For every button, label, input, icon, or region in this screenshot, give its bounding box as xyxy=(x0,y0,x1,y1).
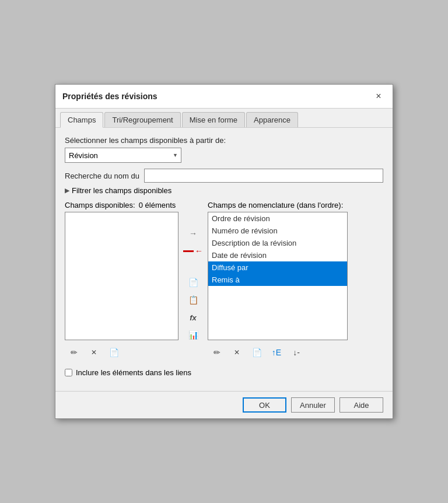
title-bar: Propriétés des révisions × xyxy=(55,85,393,109)
close-button[interactable]: × xyxy=(372,89,386,103)
list-item[interactable]: Date de révision xyxy=(208,249,347,261)
copy-doc-button[interactable]: 📋 xyxy=(185,292,201,308)
dropdown-wrapper: Révision xyxy=(65,148,181,163)
panels-section: → ← 📄 📋 fx 📊 xyxy=(65,212,383,343)
delete-right-icon: ✕ xyxy=(234,348,240,357)
edit-right-icon: ✏ xyxy=(214,348,220,357)
ok-button[interactable]: OK xyxy=(243,397,286,413)
checkbox-label: Inclure les éléments dans les liens xyxy=(76,368,191,377)
cancel-button[interactable]: Annuler xyxy=(291,397,335,413)
list-item[interactable]: Numéro de révision xyxy=(208,225,347,237)
new-doc-button[interactable]: 📄 xyxy=(185,275,201,290)
arrow-left-icon: ← xyxy=(183,246,203,256)
available-fields-list[interactable] xyxy=(65,212,178,340)
delete-right-button[interactable]: ✕ xyxy=(229,345,245,360)
dialog: Propriétés des révisions × Champs Tri/Re… xyxy=(55,84,393,419)
edit-left-button[interactable]: ✏ xyxy=(66,345,82,360)
sort-asc-button[interactable]: ↑E xyxy=(268,345,285,360)
arrow-right-icon: → xyxy=(189,229,197,238)
select-label: Sélectionner les champs disponibles à pa… xyxy=(65,136,383,145)
move-right-button[interactable]: → xyxy=(185,226,201,241)
newpage-left-icon: 📄 xyxy=(109,348,119,357)
checkbox-row: Inclure les éléments dans les liens xyxy=(65,368,383,377)
newpage-left-button[interactable]: 📄 xyxy=(106,345,122,360)
sort-asc-icon: ↑E xyxy=(272,348,281,357)
newpage-right-icon: 📄 xyxy=(252,348,262,357)
tab-mise[interactable]: Mise en forme xyxy=(182,112,245,127)
left-panel-header: Champs disponibles: 0 éléments xyxy=(65,201,178,209)
tab-content: Sélectionner les champs disponibles à pa… xyxy=(55,128,393,391)
nomenclature-label: Champs de nomenclature (dans l'ordre): xyxy=(208,201,343,209)
filter-label: Filtrer les champs disponibles xyxy=(72,186,172,195)
list-item-selected[interactable]: Remis à xyxy=(208,274,347,286)
panel-headers: Champs disponibles: 0 éléments Champs de… xyxy=(65,201,383,209)
sort-desc-button[interactable]: ↓- xyxy=(288,345,304,360)
edit-right-button[interactable]: ✏ xyxy=(209,345,225,360)
arrows-column: → ← 📄 📋 fx 📊 xyxy=(178,212,208,343)
include-links-checkbox[interactable] xyxy=(65,369,72,376)
list-item-selected[interactable]: Diffusé par xyxy=(208,261,347,274)
table-button[interactable]: 📊 xyxy=(185,327,201,343)
sort-desc-icon: ↓- xyxy=(293,348,300,357)
tab-apparence[interactable]: Apparence xyxy=(246,112,298,127)
edit-left-icon: ✏ xyxy=(71,348,78,357)
list-item[interactable]: Ordre de révision xyxy=(208,212,347,225)
move-left-button[interactable]: ← xyxy=(185,243,201,259)
left-toolbar: ✏ ✕ 📄 xyxy=(65,343,178,362)
dialog-title: Propriétés des révisions xyxy=(62,92,158,101)
available-count: 0 éléments xyxy=(139,201,176,209)
delete-left-icon: ✕ xyxy=(91,348,97,357)
fx-icon: fx xyxy=(190,313,197,322)
nomenclature-fields-list[interactable]: Ordre de révision Numéro de révision Des… xyxy=(208,212,348,340)
new-doc-icon: 📄 xyxy=(188,278,198,287)
newpage-right-button[interactable]: 📄 xyxy=(249,345,265,360)
delete-left-button[interactable]: ✕ xyxy=(86,345,102,360)
dropdown-container: Révision xyxy=(65,148,383,163)
tab-tri[interactable]: Tri/Regroupement xyxy=(104,112,180,127)
tab-champs[interactable]: Champs xyxy=(60,112,103,128)
table-icon: 📊 xyxy=(188,330,198,340)
filter-arrow-icon: ▶ xyxy=(65,187,69,194)
search-input[interactable] xyxy=(144,169,383,183)
list-item[interactable]: Description de la révision xyxy=(208,237,347,249)
bottom-toolbars: ✏ ✕ 📄 ✏ ✕ 📄 xyxy=(65,343,383,362)
search-row: Recherche du nom du xyxy=(65,169,383,183)
right-toolbar: ✏ ✕ 📄 ↑E ↓- xyxy=(208,343,383,362)
help-button[interactable]: Aide xyxy=(340,397,383,413)
available-label: Champs disponibles: xyxy=(65,201,135,209)
right-panel-header: Champs de nomenclature (dans l'ordre): xyxy=(208,201,383,209)
tabs-bar: Champs Tri/Regroupement Mise en forme Ap… xyxy=(55,109,393,128)
filter-row[interactable]: ▶ Filtrer les champs disponibles xyxy=(65,186,383,195)
fields-dropdown[interactable]: Révision xyxy=(65,148,181,163)
copy-doc-icon: 📋 xyxy=(188,295,198,305)
search-label: Recherche du nom du xyxy=(65,172,139,180)
bottom-buttons: OK Annuler Aide xyxy=(55,391,393,418)
formula-button[interactable]: fx xyxy=(185,310,201,325)
